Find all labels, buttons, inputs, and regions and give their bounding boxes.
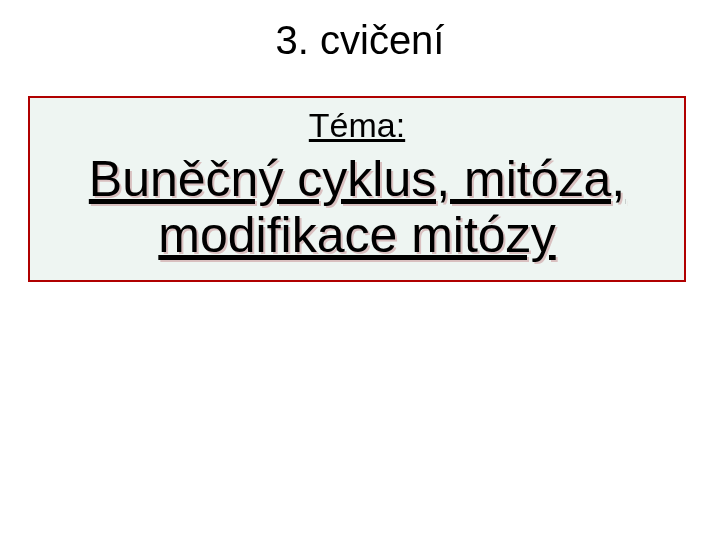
topic-title: Buněčný cyklus, mitóza, modifikace mitóz…: [30, 151, 684, 263]
topic-label: Téma:: [30, 106, 684, 145]
topic-box: Téma: Buněčný cyklus, mitóza, modifikace…: [28, 96, 686, 282]
page-heading: 3. cvičení: [0, 0, 720, 63]
topic-title-line1: Buněčný cyklus, mitóza,: [89, 151, 625, 207]
slide: 3. cvičení Téma: Buněčný cyklus, mitóza,…: [0, 0, 720, 540]
topic-title-line2: modifikace mitózy: [158, 207, 555, 263]
